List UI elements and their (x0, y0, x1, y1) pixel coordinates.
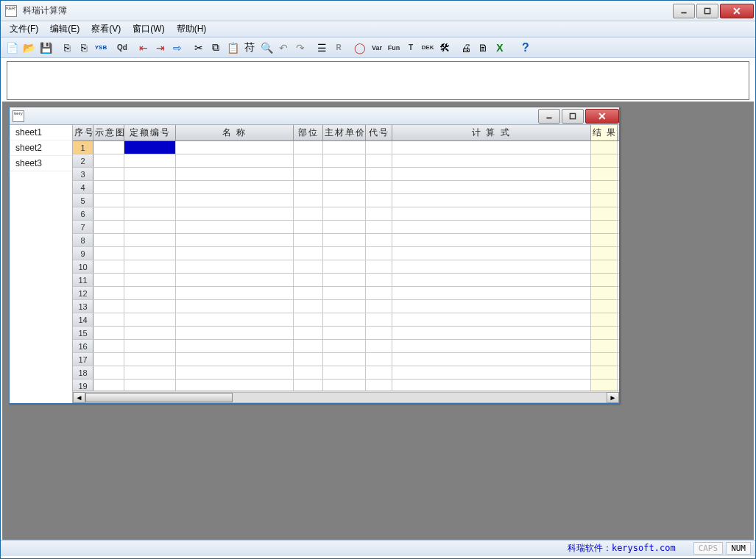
cell[interactable] (323, 207, 366, 220)
cell[interactable] (176, 247, 294, 260)
table-row[interactable]: 11 (73, 274, 619, 287)
cell[interactable] (591, 287, 618, 299)
table-row[interactable]: 9 (73, 247, 619, 260)
cell[interactable] (124, 287, 176, 299)
help-icon[interactable]: ? (517, 40, 534, 56)
cell[interactable] (294, 300, 323, 313)
cell[interactable] (294, 194, 323, 207)
cell[interactable] (93, 380, 124, 391)
cell[interactable] (392, 366, 591, 379)
cell[interactable] (366, 287, 392, 299)
minimize-button[interactable] (673, 4, 695, 18)
scroll-thumb[interactable] (85, 393, 233, 402)
table-row[interactable]: 5 (73, 194, 619, 207)
cell[interactable] (176, 313, 294, 326)
cell[interactable] (323, 168, 366, 180)
cell[interactable] (323, 247, 366, 260)
scroll-track[interactable] (85, 392, 607, 403)
char-icon[interactable]: 苻 (241, 40, 258, 56)
table-row[interactable]: 4 (73, 181, 619, 194)
row-number[interactable]: 14 (73, 313, 93, 326)
table-row[interactable]: 19 (73, 380, 619, 391)
row-number[interactable]: 17 (73, 353, 93, 366)
menu-view[interactable]: 察看(V) (85, 21, 127, 37)
cell[interactable] (591, 340, 618, 352)
cell[interactable] (366, 234, 392, 246)
cell[interactable] (93, 353, 124, 366)
row-number[interactable]: 8 (73, 234, 93, 246)
cell[interactable] (294, 260, 323, 273)
cell[interactable] (294, 366, 323, 379)
fun-icon[interactable]: Fun (386, 40, 402, 56)
col-diagram[interactable]: 示意图 (93, 125, 124, 140)
cell[interactable] (366, 221, 392, 233)
cell[interactable] (124, 366, 176, 379)
cell[interactable] (176, 207, 294, 220)
new-icon[interactable]: 📄 (4, 40, 20, 56)
cell[interactable] (323, 287, 366, 299)
col-part[interactable]: 部位 (294, 125, 323, 140)
cell[interactable] (366, 154, 392, 167)
cell[interactable] (93, 181, 124, 193)
cell[interactable] (176, 340, 294, 352)
cell[interactable] (323, 340, 366, 352)
menu-edit[interactable]: 编辑(E) (44, 21, 85, 37)
table-row[interactable]: 7 (73, 221, 619, 234)
cell[interactable] (366, 366, 392, 379)
arr2-icon[interactable]: ⇥ (152, 40, 169, 56)
table-row[interactable]: 8 (73, 234, 619, 247)
copy-icon[interactable]: ⧉ (208, 40, 224, 56)
cell[interactable] (366, 168, 392, 180)
cell[interactable] (323, 260, 366, 273)
cell[interactable] (591, 181, 618, 193)
cell[interactable] (124, 181, 176, 193)
col-calc[interactable]: 计 算 式 (392, 125, 591, 140)
row-number[interactable]: 9 (73, 247, 93, 260)
cell[interactable] (366, 141, 392, 154)
child-minimize-button[interactable] (538, 109, 560, 124)
tool-icon[interactable]: 🛠 (437, 40, 453, 56)
open-icon[interactable]: 📂 (21, 40, 37, 56)
cell[interactable] (124, 207, 176, 220)
r-icon[interactable]: R (331, 40, 347, 56)
cell[interactable] (366, 353, 392, 366)
row-number[interactable]: 7 (73, 221, 93, 233)
cell[interactable] (93, 221, 124, 233)
arr1-icon[interactable]: ⇤ (135, 40, 152, 56)
cell[interactable] (392, 181, 591, 193)
cell[interactable] (392, 168, 591, 180)
arr3-icon[interactable]: ⇨ (169, 40, 186, 56)
cell[interactable] (176, 194, 294, 207)
cell[interactable] (323, 181, 366, 193)
cell[interactable] (591, 313, 618, 326)
cell[interactable] (176, 380, 294, 391)
table-row[interactable]: 6 (73, 207, 619, 221)
cell[interactable] (124, 234, 176, 246)
col-result[interactable]: 结 果 (591, 125, 618, 140)
menu-window[interactable]: 窗口(W) (127, 21, 170, 37)
row-number[interactable]: 4 (73, 181, 93, 193)
cell[interactable] (392, 287, 591, 299)
cell[interactable] (124, 313, 176, 326)
cell[interactable] (93, 274, 124, 286)
table-row[interactable]: 1 (73, 141, 619, 154)
table-row[interactable]: 3 (73, 168, 619, 181)
cell[interactable] (294, 327, 323, 339)
cell[interactable] (124, 221, 176, 233)
cell[interactable] (124, 353, 176, 366)
cell[interactable] (124, 194, 176, 207)
cell[interactable] (176, 353, 294, 366)
cell[interactable] (591, 247, 618, 260)
qd-icon[interactable]: Qd (114, 40, 130, 56)
cell[interactable] (176, 168, 294, 180)
col-rownum[interactable]: 序号 (73, 125, 93, 140)
row-number[interactable]: 12 (73, 287, 93, 299)
cell[interactable] (366, 380, 392, 391)
menu-help[interactable]: 帮助(H) (171, 21, 213, 37)
cell[interactable] (124, 380, 176, 391)
cell[interactable] (323, 353, 366, 366)
row-number[interactable]: 16 (73, 340, 93, 352)
table-row[interactable]: 15 (73, 327, 619, 340)
menu-file[interactable]: 文件(F) (4, 21, 44, 37)
cell[interactable] (294, 207, 323, 220)
